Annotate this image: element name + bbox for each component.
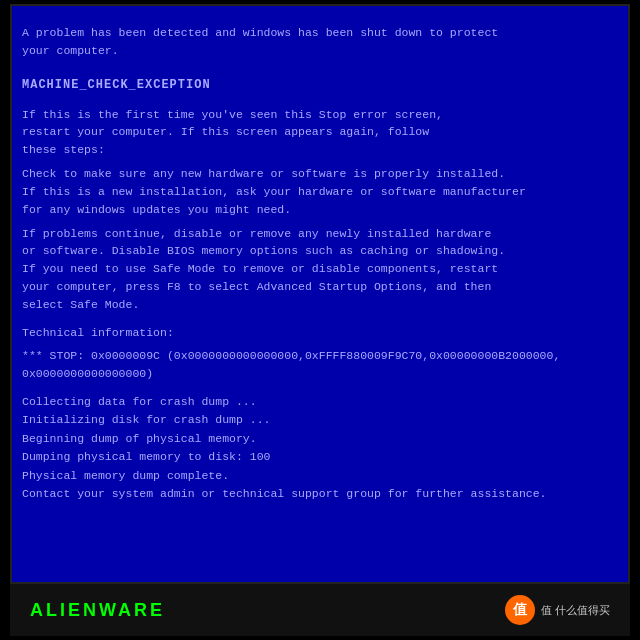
- dump-line-1: Collecting data for crash dump ...: [22, 393, 618, 411]
- dump-line-4: Dumping physical memory to disk: 100: [22, 448, 618, 466]
- dump-line-6: Contact your system admin or technical s…: [22, 485, 618, 503]
- screen-container: A problem has been detected and windows …: [10, 4, 630, 584]
- second-line: your computer.: [22, 42, 618, 60]
- paragraph-3: If problems continue, disable or remove …: [22, 225, 618, 314]
- dump-line-2: Initializing disk for crash dump ...: [22, 411, 618, 429]
- bsod-content: A problem has been detected and windows …: [22, 24, 618, 503]
- paragraph-1: If this is the first time you've seen th…: [22, 106, 618, 159]
- watermark-icon: 值: [505, 595, 535, 625]
- dump-line-3: Beginning dump of physical memory.: [22, 430, 618, 448]
- watermark: 值 值 什么值得买: [505, 595, 610, 625]
- bottom-bar: ALIENWARE 值 值 什么值得买: [10, 584, 630, 636]
- tech-label: Technical information:: [22, 324, 618, 342]
- paragraph-2: Check to make sure any new hardware or s…: [22, 165, 618, 218]
- first-line: A problem has been detected and windows …: [22, 24, 618, 42]
- alienware-logo: ALIENWARE: [30, 600, 165, 621]
- stop-code: *** STOP: 0x0000009C (0x0000000000000000…: [22, 347, 618, 383]
- dump-line-5: Physical memory dump complete.: [22, 467, 618, 485]
- watermark-text: 值 什么值得买: [541, 603, 610, 618]
- error-title: MACHINE_CHECK_EXCEPTION: [22, 78, 618, 92]
